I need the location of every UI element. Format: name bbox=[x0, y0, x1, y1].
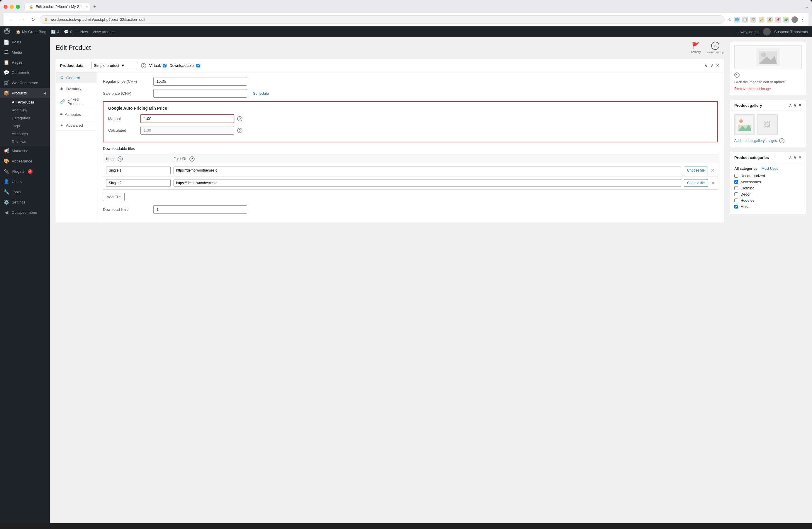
user-avatar-browser[interactable] bbox=[792, 16, 798, 23]
tab-general[interactable]: ⚙ General bbox=[56, 72, 97, 83]
ext-icon-6[interactable]: 📌 bbox=[775, 17, 781, 23]
traffic-light-green[interactable] bbox=[16, 5, 20, 9]
ext-icon-1[interactable]: 🌐 bbox=[734, 17, 740, 23]
add-gallery-images-link[interactable]: Add product gallery images bbox=[734, 139, 778, 143]
sidebar-item-products[interactable]: 📦 Products ◀ bbox=[0, 88, 50, 98]
category-uncategorized-label[interactable]: Uncategorized bbox=[740, 174, 765, 178]
sidebar-item-marketing[interactable]: 📢 Marketing bbox=[0, 146, 50, 156]
category-uncategorized-checkbox[interactable] bbox=[734, 174, 738, 178]
sidebar-item-woocommerce[interactable]: 🛒 WooCommerce bbox=[0, 78, 50, 88]
calculated-price-help-icon[interactable]: ? bbox=[237, 128, 243, 133]
traffic-light-red[interactable] bbox=[3, 5, 8, 9]
sidebar-item-posts[interactable]: 📄 Posts bbox=[0, 37, 50, 47]
sidebar-submenu-add-new[interactable]: Add New bbox=[0, 106, 50, 114]
sidebar-submenu-attributes[interactable]: Attributes bbox=[0, 130, 50, 138]
gallery-up-icon[interactable]: ∧ bbox=[789, 103, 792, 108]
sidebar-item-media[interactable]: 🖼 Media bbox=[0, 47, 50, 57]
ext-icon-3[interactable]: 🛡 bbox=[751, 17, 756, 23]
download-limit-input[interactable] bbox=[153, 205, 247, 214]
categories-up-icon[interactable]: ∧ bbox=[789, 155, 792, 160]
topbar-site-name[interactable]: 🏠 My Great Blog bbox=[16, 30, 46, 34]
categories-tab-most-used[interactable]: Most Used bbox=[762, 167, 778, 171]
activity-button[interactable]: 🚩 Activity bbox=[691, 42, 701, 54]
category-clothing-label[interactable]: Clothing bbox=[740, 186, 755, 190]
topbar-new[interactable]: + New bbox=[77, 30, 88, 34]
schedule-link[interactable]: Schedule bbox=[253, 91, 269, 96]
sidebar-item-users[interactable]: 👤 Users bbox=[0, 176, 50, 187]
sale-price-input[interactable] bbox=[153, 89, 247, 98]
tab-inventory[interactable]: ◈ Inventory bbox=[56, 83, 97, 94]
sidebar-item-pages[interactable]: 📋 Pages bbox=[0, 57, 50, 68]
dl-file-1-delete-icon[interactable]: ✕ bbox=[711, 168, 715, 173]
gallery-down-icon[interactable]: ∨ bbox=[794, 103, 796, 108]
ext-icon-5[interactable]: 🔏 bbox=[767, 17, 773, 23]
product-image-placeholder[interactable] bbox=[734, 45, 802, 69]
ext-icon-2[interactable]: 📋 bbox=[742, 17, 748, 23]
topbar-updates[interactable]: 🔄 4 bbox=[51, 30, 59, 34]
choose-file-1-button[interactable]: Choose file bbox=[684, 167, 708, 174]
sidebar-item-settings[interactable]: ⚙️ Settings bbox=[0, 197, 50, 207]
topbar-view-product[interactable]: View product bbox=[93, 30, 115, 34]
tab-advanced[interactable]: ✦ Advanced bbox=[56, 120, 97, 131]
remove-image-link[interactable]: Remove product image bbox=[734, 87, 771, 91]
manual-price-help-icon[interactable]: ? bbox=[237, 116, 243, 121]
dl-name-help-icon[interactable]: ? bbox=[118, 156, 123, 161]
category-clothing-checkbox[interactable] bbox=[734, 186, 738, 190]
forward-button[interactable]: → bbox=[18, 16, 26, 23]
tab-close-button[interactable]: × bbox=[86, 5, 88, 9]
categories-down-icon[interactable]: ∨ bbox=[794, 155, 796, 160]
topbar-avatar[interactable] bbox=[763, 28, 771, 35]
back-button[interactable]: ← bbox=[7, 16, 15, 23]
panel-down-icon[interactable]: ∨ bbox=[710, 63, 713, 68]
regular-price-input[interactable] bbox=[153, 77, 247, 86]
ext-icon-7[interactable]: 🧩 bbox=[783, 17, 789, 23]
category-accessories-checkbox[interactable] bbox=[734, 180, 738, 184]
product-image-help-icon[interactable]: ? bbox=[734, 72, 740, 78]
dl-file-2-delete-icon[interactable]: ✕ bbox=[711, 180, 715, 186]
tab-attributes[interactable]: ≡ Attributes bbox=[56, 109, 97, 120]
sidebar-item-tools[interactable]: 🔧 Tools bbox=[0, 187, 50, 197]
category-music-label[interactable]: Music bbox=[740, 204, 751, 209]
sidebar-item-collapse[interactable]: ◀ Collapse menu bbox=[0, 207, 50, 218]
gallery-help-icon[interactable]: ? bbox=[779, 138, 784, 143]
sidebar-item-comments[interactable]: 💬 Comments bbox=[0, 68, 50, 78]
categories-close-icon[interactable]: ✕ bbox=[798, 155, 802, 160]
category-decor-label[interactable]: Decor bbox=[740, 192, 751, 197]
gallery-thumb-2[interactable]: 🖼 bbox=[757, 114, 778, 135]
categories-tab-all[interactable]: All categories bbox=[734, 167, 757, 171]
panel-up-icon[interactable]: ∧ bbox=[704, 63, 708, 68]
topbar-suspend[interactable]: Suspend Transients bbox=[774, 30, 808, 34]
gallery-thumb-1[interactable] bbox=[734, 114, 755, 135]
choose-file-2-button[interactable]: Choose file bbox=[684, 179, 708, 187]
new-tab-button[interactable]: + bbox=[93, 4, 97, 10]
dl-file-1-url-input[interactable] bbox=[174, 167, 681, 174]
category-hoodies-label[interactable]: Hoodies bbox=[740, 198, 755, 203]
bookmark-icon[interactable]: ☆ bbox=[728, 17, 732, 22]
sidebar-item-appearance[interactable]: 🎨 Appearance bbox=[0, 156, 50, 166]
dl-file-2-url-input[interactable] bbox=[174, 179, 681, 187]
sidebar-submenu-categories[interactable]: Categories bbox=[0, 114, 50, 122]
topbar-comments[interactable]: 💬 0 bbox=[64, 30, 72, 34]
ext-icon-4[interactable]: 🔑 bbox=[759, 17, 765, 23]
sidebar-submenu-all-products[interactable]: All Products bbox=[0, 98, 50, 106]
downloadable-checkbox[interactable] bbox=[197, 63, 200, 68]
product-type-select[interactable]: Simple product ▼ bbox=[91, 62, 138, 69]
sidebar-submenu-reviews[interactable]: Reviews bbox=[0, 138, 50, 146]
virtual-checkbox[interactable] bbox=[163, 63, 166, 68]
tab-linked-products[interactable]: 🔗 Linked Products bbox=[56, 94, 97, 109]
dl-file-2-name-input[interactable] bbox=[106, 179, 171, 187]
gallery-close-icon[interactable]: ✕ bbox=[798, 103, 802, 108]
dl-url-help-icon[interactable]: ? bbox=[189, 156, 195, 161]
dl-file-1-name-input[interactable] bbox=[106, 167, 171, 174]
browser-chevron-icon[interactable]: ⌄ bbox=[806, 5, 809, 9]
sidebar-submenu-tags[interactable]: Tags bbox=[0, 122, 50, 130]
sidebar-item-plugins[interactable]: 🔌 Plugins 4 bbox=[0, 166, 50, 176]
browser-menu-icon[interactable]: ⋮ bbox=[800, 17, 805, 22]
finish-setup-button[interactable]: ○ Finish setup bbox=[707, 42, 724, 54]
traffic-light-yellow[interactable] bbox=[10, 5, 14, 9]
category-music-checkbox[interactable] bbox=[734, 205, 738, 209]
wordpress-logo[interactable] bbox=[4, 28, 11, 35]
manual-price-input[interactable] bbox=[141, 114, 234, 123]
product-type-help-icon[interactable]: ? bbox=[141, 63, 146, 68]
reload-button[interactable]: ↻ bbox=[29, 16, 37, 23]
